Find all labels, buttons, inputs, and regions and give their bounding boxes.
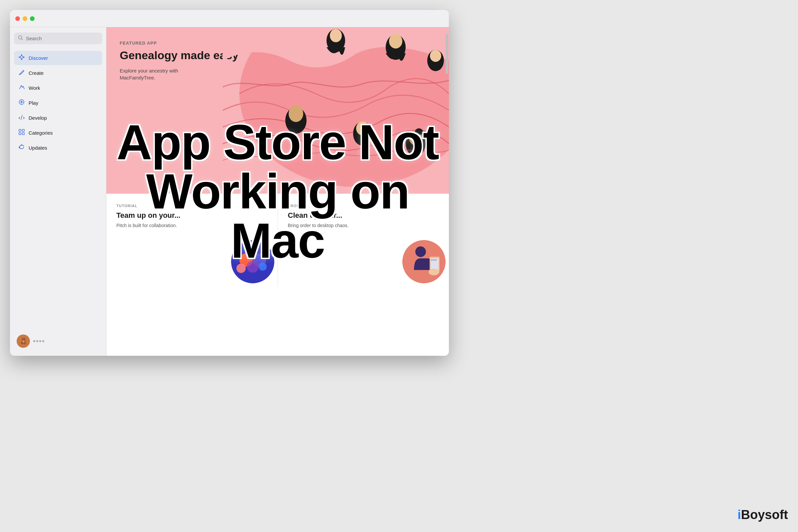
scrollbar-track[interactable] bbox=[445, 27, 449, 356]
sidebar-item-develop[interactable]: Develop bbox=[14, 111, 102, 125]
svg-point-15 bbox=[289, 106, 303, 122]
featured-tag: FEATURED APP bbox=[120, 41, 157, 45]
sidebar-item-discover[interactable]: Discover bbox=[14, 51, 102, 65]
main-layout: Search Discover Create bbox=[10, 27, 449, 356]
updates-label: Updates bbox=[28, 145, 47, 151]
card-1-tag: TUTORIAL bbox=[116, 204, 268, 208]
app-window: Search Discover Create bbox=[10, 10, 449, 356]
play-icon bbox=[18, 99, 25, 107]
create-label: Create bbox=[28, 70, 43, 76]
svg-point-9 bbox=[330, 29, 342, 42]
svg-point-24 bbox=[247, 261, 259, 273]
card-2-title: Clean up your... bbox=[288, 211, 439, 220]
svg-point-17 bbox=[356, 121, 369, 135]
categories-label: Categories bbox=[28, 130, 53, 136]
discover-label: Discover bbox=[28, 55, 48, 61]
work-icon bbox=[18, 84, 25, 92]
card-2-desc: Bring order to desktop chaos. bbox=[288, 223, 439, 229]
sidebar: Search Discover Create bbox=[10, 27, 107, 356]
card-2-tag: PROMO bbox=[288, 204, 439, 208]
content-area: FEATURED APP Genealogy made easy Explore… bbox=[107, 27, 449, 356]
categories-icon bbox=[18, 129, 25, 137]
title-bar bbox=[10, 10, 449, 27]
close-button[interactable] bbox=[15, 16, 20, 21]
svg-point-32 bbox=[433, 259, 435, 261]
watermark-prefix: i bbox=[738, 508, 741, 522]
sidebar-bottom: 🧸 bbox=[14, 332, 102, 350]
svg-point-20 bbox=[415, 128, 423, 135]
svg-rect-4 bbox=[22, 129, 24, 131]
svg-rect-6 bbox=[22, 133, 24, 135]
search-bar[interactable]: Search bbox=[14, 33, 102, 44]
user-name-dots bbox=[33, 340, 44, 342]
svg-point-33 bbox=[435, 259, 437, 261]
svg-point-34 bbox=[429, 269, 439, 275]
card-1-title: Team up on your... bbox=[116, 211, 268, 220]
svg-point-2 bbox=[19, 100, 24, 105]
user-avatar: 🧸 bbox=[17, 335, 30, 348]
sidebar-item-work[interactable]: Work bbox=[14, 81, 102, 95]
sidebar-item-updates[interactable]: Updates bbox=[14, 141, 102, 155]
maximize-button[interactable] bbox=[30, 16, 35, 21]
svg-line-1 bbox=[22, 39, 23, 40]
iboysoft-watermark: iBoysoft bbox=[738, 508, 788, 522]
featured-banner: FEATURED APP Genealogy made easy Explore… bbox=[107, 27, 449, 193]
work-label: Work bbox=[28, 85, 40, 91]
svg-rect-5 bbox=[19, 133, 21, 135]
card-2-thumb bbox=[402, 240, 445, 283]
search-placeholder: Search bbox=[26, 36, 42, 41]
svg-rect-3 bbox=[19, 129, 21, 131]
card-2[interactable]: PROMO Clean up your... Bring order to de… bbox=[278, 194, 449, 287]
develop-icon bbox=[18, 114, 25, 122]
sidebar-item-play[interactable]: Play bbox=[14, 96, 102, 110]
sidebar-item-categories[interactable]: Categories bbox=[14, 126, 102, 140]
svg-point-13 bbox=[430, 50, 441, 62]
traffic-lights bbox=[15, 16, 35, 21]
card-1-desc: Pitch is built for collaboration. bbox=[116, 223, 268, 229]
cards-row: TUTORIAL Team up on your... Pitch is bui… bbox=[107, 193, 449, 287]
svg-point-31 bbox=[431, 259, 433, 261]
watermark-suffix: Boysoft bbox=[741, 508, 788, 522]
discover-icon bbox=[18, 54, 25, 62]
card-1-thumb bbox=[231, 240, 274, 283]
scrollbar-thumb[interactable] bbox=[445, 34, 448, 74]
featured-title: Genealogy made easy bbox=[120, 49, 239, 62]
svg-point-26 bbox=[259, 263, 267, 271]
develop-label: Develop bbox=[28, 115, 47, 121]
card-1[interactable]: TUTORIAL Team up on your... Pitch is bui… bbox=[107, 194, 278, 287]
svg-point-28 bbox=[415, 246, 426, 257]
play-label: Play bbox=[28, 100, 38, 106]
updates-icon bbox=[18, 144, 25, 152]
sidebar-item-create[interactable]: Create bbox=[14, 66, 102, 80]
create-icon bbox=[18, 69, 25, 77]
search-icon bbox=[18, 35, 23, 41]
minimize-button[interactable] bbox=[23, 16, 27, 21]
svg-point-11 bbox=[389, 34, 402, 49]
featured-illustration bbox=[223, 27, 449, 193]
svg-point-25 bbox=[236, 264, 246, 273]
featured-subtitle: Explore your ancestry withMacFamilyTree. bbox=[120, 67, 178, 81]
